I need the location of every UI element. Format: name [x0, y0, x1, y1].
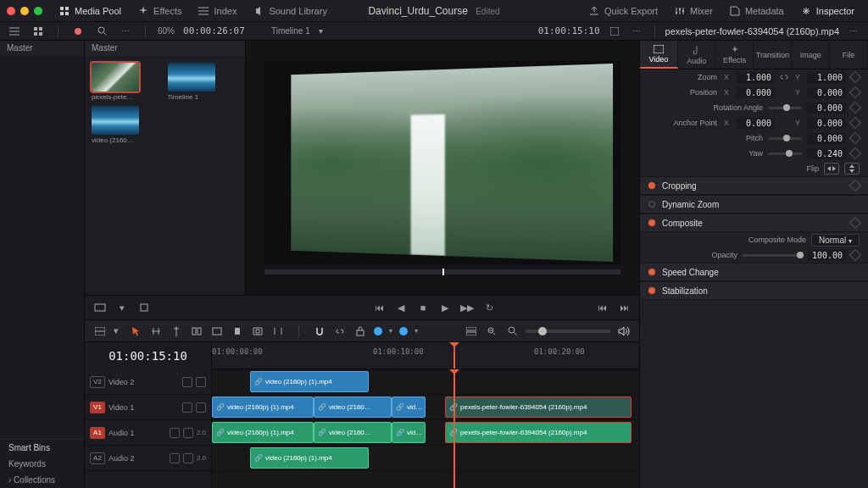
auto-select-toggle[interactable] [183, 453, 193, 463]
zoom-out-icon[interactable] [485, 324, 498, 338]
track-header-v2[interactable]: V2Video 2 [85, 369, 211, 395]
yaw-input[interactable]: 0.240 [807, 148, 846, 159]
auto-select-toggle[interactable] [183, 428, 193, 438]
play-icon[interactable]: ▶ [438, 301, 452, 314]
record-icon[interactable] [70, 24, 86, 39]
anchor-y-input[interactable]: 0.000 [807, 118, 846, 129]
inspector-tab[interactable]: Inspector [794, 3, 861, 19]
close-window-icon[interactable] [7, 7, 15, 15]
lock-toggle[interactable] [170, 453, 180, 463]
chevron-down-icon[interactable]: ▾ [114, 325, 119, 336]
timeline-clip[interactable]: 🔗video (2160p) (1).mp4 [250, 371, 369, 392]
timeline-name[interactable]: Timeline 1 [271, 26, 310, 36]
trim-tool-icon[interactable] [149, 324, 163, 338]
media-thumb[interactable]: pexels-pete… [92, 63, 163, 101]
zoom-window-icon[interactable] [34, 7, 42, 15]
source-timecode[interactable]: 00:00:26:07 [183, 25, 245, 36]
bin-grid-icon[interactable] [31, 24, 46, 39]
link-icon[interactable] [780, 73, 788, 81]
timeline-clip[interactable]: 🔗video (2160p) (1).mp4 [212, 422, 314, 443]
keyframe-button[interactable] [849, 102, 861, 114]
flip-h-button[interactable] [824, 163, 839, 175]
quick-export-button[interactable]: Quick Export [582, 3, 665, 19]
track-header-a2[interactable]: A2Audio 22.0 [85, 446, 211, 471]
viewer-scrubber[interactable] [264, 269, 620, 274]
position-y-input[interactable]: 0.000 [807, 87, 846, 98]
yaw-slider[interactable] [768, 152, 802, 155]
track-lane-a1[interactable]: 🔗video (2160p) (1).mp4🔗video (2160…🔗vid…… [212, 420, 639, 446]
inspector-tab-image[interactable]: Image [792, 41, 830, 69]
sound-library-tab[interactable]: Sound Library [247, 3, 334, 19]
section-dynamic-zoom[interactable]: Dynamic Zoom [640, 195, 868, 214]
rotation-input[interactable]: 0.000 [807, 103, 846, 114]
inspector-tab-file[interactable]: File [830, 41, 868, 69]
track-lane-v1[interactable]: 🔗video (2160p) (1).mp4🔗video (2160…🔗vid…… [212, 395, 639, 420]
snap-icon[interactable] [313, 324, 326, 338]
volume-icon[interactable] [617, 324, 631, 338]
timeline-clip[interactable]: 🔗vid… [392, 422, 426, 443]
inspector-tab-audio[interactable]: Audio [678, 41, 716, 69]
record-timecode[interactable]: 01:00:15:10 [538, 25, 600, 36]
track-header-a1[interactable]: A1Audio 12.0 [85, 420, 211, 446]
more-icon[interactable]: ⋯ [629, 24, 644, 39]
inspector-tab-transition[interactable]: Transition [754, 41, 792, 69]
timeline-timecode[interactable]: 01:00:15:10 [108, 349, 187, 363]
keyframe-button[interactable] [849, 71, 861, 83]
timeline-zoom-slider[interactable] [526, 330, 610, 333]
smart-bin-collections[interactable]: › Collections [0, 472, 84, 488]
keyframe-button[interactable] [849, 117, 861, 129]
link-icon[interactable] [333, 324, 347, 338]
timeline-viewer[interactable] [246, 41, 639, 295]
smart-bins-header[interactable]: Smart Bins [0, 440, 84, 456]
next-edit-icon[interactable]: ⏭ [617, 301, 631, 314]
keyframe-button[interactable] [849, 86, 861, 98]
minimize-window-icon[interactable] [20, 7, 29, 15]
section-speed-change[interactable]: Speed Change [640, 263, 868, 281]
pitch-input[interactable]: 0.000 [807, 133, 846, 144]
window-controls[interactable] [7, 7, 42, 15]
zoom-y-input[interactable]: 1.000 [807, 72, 846, 83]
mixer-tab[interactable]: Mixer [668, 3, 720, 19]
prev-edit-icon[interactable]: ⏮ [595, 301, 609, 314]
composite-mode-select[interactable]: Normal ▾ [811, 234, 860, 247]
insert-icon[interactable] [190, 324, 203, 338]
media-thumb[interactable]: video (2160… [92, 106, 163, 144]
auto-select-toggle[interactable] [196, 402, 206, 413]
timeline-view-icon[interactable] [93, 324, 107, 338]
selection-tool-icon[interactable] [129, 324, 142, 338]
chevron-down-icon[interactable]: ▾ [319, 26, 323, 36]
marker-blue-icon[interactable] [399, 327, 408, 336]
viewer-options-icon[interactable] [607, 24, 622, 39]
fit-to-fill-icon[interactable] [251, 324, 264, 338]
metadata-tab[interactable]: Metadata [723, 3, 791, 19]
keyframe-button[interactable] [849, 249, 861, 261]
lock-toggle[interactable] [182, 377, 192, 387]
opacity-input[interactable]: 100.00 [807, 250, 846, 261]
inspector-tab-video[interactable]: Video [640, 41, 678, 69]
timeline-clip[interactable]: 🔗video (2160… [314, 396, 392, 418]
more-icon[interactable]: ⋯ [118, 24, 133, 39]
bin-list-icon[interactable] [7, 24, 22, 39]
flag-blue-icon[interactable] [374, 327, 382, 336]
blade-tool-icon[interactable] [170, 324, 183, 338]
track-lane-v2[interactable]: 🔗video (2160p) (1).mp4 [212, 369, 639, 395]
loop-icon[interactable]: ↻ [482, 301, 496, 314]
match-frame-icon[interactable] [137, 301, 151, 314]
flip-v-button[interactable] [844, 163, 860, 175]
track-header-v1[interactable]: V1Video 1 [85, 395, 211, 420]
keyframe-button[interactable] [849, 132, 861, 144]
section-cropping[interactable]: Cropping [640, 176, 868, 195]
prev-icon[interactable]: ◀ [394, 301, 408, 314]
master-bin[interactable]: Master [0, 41, 84, 56]
search-icon[interactable] [505, 324, 519, 338]
timeline-clip[interactable]: 🔗pexels-peter-fowler-6394054 (2160p).mp4 [445, 396, 632, 418]
auto-select-toggle[interactable] [196, 377, 206, 387]
position-x-input[interactable]: 0.000 [736, 87, 775, 98]
timeline-clip[interactable]: 🔗pexels-peter-fowler-6394054 (2160p).mp4 [445, 422, 632, 443]
search-icon[interactable] [94, 24, 109, 39]
overwrite-icon[interactable] [210, 324, 224, 338]
next-icon[interactable]: ▶▶ [460, 301, 474, 314]
replace-icon[interactable] [231, 324, 244, 338]
index-tab[interactable]: Index [192, 3, 243, 19]
section-composite[interactable]: Composite [640, 214, 868, 232]
